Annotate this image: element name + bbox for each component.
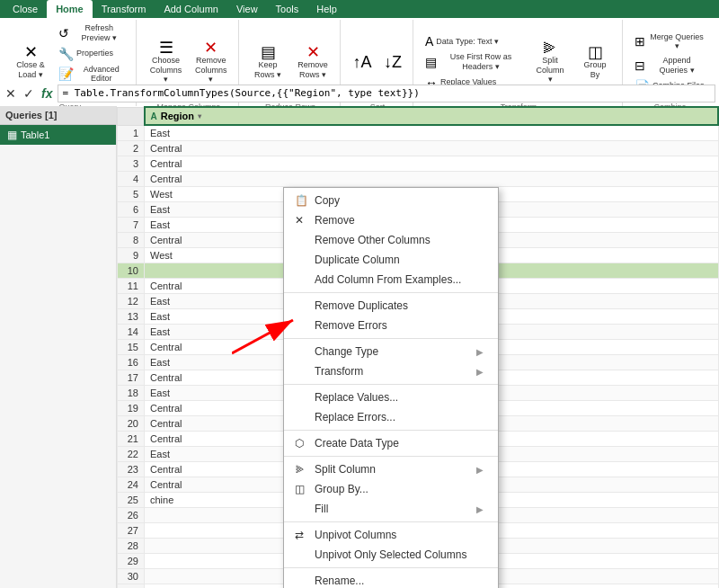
sort-asc-button[interactable]: ↑A bbox=[348, 51, 377, 73]
close-load-icon: ✕ bbox=[24, 44, 38, 60]
remove-columns-button[interactable]: ✕ RemoveColumns ▾ bbox=[190, 37, 233, 87]
menu-label-remove-duplicates: Remove Duplicates bbox=[315, 299, 408, 312]
row-num-cell: 20 bbox=[118, 416, 145, 432]
accept-icon[interactable]: ✓ bbox=[22, 85, 36, 102]
menu-item-add-column-from-examples[interactable]: Add Column From Examples... bbox=[284, 270, 498, 290]
menu-icon-remove: ✕ bbox=[295, 214, 311, 227]
row-num-cell: 17 bbox=[118, 370, 145, 386]
refresh-preview-button[interactable]: ↺ Refresh Preview ▾ bbox=[54, 22, 130, 45]
ribbon-tabs: Close Home Transform Add Column View Too… bbox=[0, 0, 719, 18]
group-by-icon: ◫ bbox=[588, 44, 603, 60]
menu-item-remove-duplicates[interactable]: Remove Duplicates bbox=[284, 296, 498, 316]
append-queries-button[interactable]: ⊟ Append Queries ▾ bbox=[630, 54, 710, 77]
menu-label-split-column: Split Column bbox=[315, 463, 376, 476]
menu-label-transform: Transform bbox=[315, 365, 363, 378]
menu-label-replace-errors: Replace Errors... bbox=[315, 411, 395, 423]
properties-icon: 🔧 bbox=[58, 48, 74, 60]
use-first-row-button[interactable]: ▤ Use First Row as Headers ▾ bbox=[421, 50, 527, 74]
row-num-cell: 29 bbox=[118, 554, 145, 569]
menu-item-group-by[interactable]: ◫Group By... bbox=[284, 479, 498, 499]
sort-asc-icon: ↑A bbox=[352, 54, 371, 70]
region-header[interactable]: A Region ▾ bbox=[145, 107, 719, 125]
menu-submenu-arrow-fill: ▶ bbox=[476, 504, 484, 514]
row-num-cell: 11 bbox=[118, 279, 145, 294]
remove-rows-icon: ✕ bbox=[306, 44, 320, 60]
region-cell: Central bbox=[145, 141, 719, 156]
menu-item-split-column[interactable]: ⫸Split Column▶ bbox=[284, 459, 498, 479]
menu-item-duplicate-column[interactable]: Duplicate Column bbox=[284, 250, 498, 270]
group-by-button[interactable]: ◫ GroupBy bbox=[573, 41, 617, 83]
advanced-editor-button[interactable]: 📝 Advanced Editor bbox=[54, 63, 130, 86]
menu-separator bbox=[284, 456, 498, 457]
remove-rows-button[interactable]: ✕ RemoveRows ▾ bbox=[291, 41, 334, 83]
menu-item-copy[interactable]: 📋Copy bbox=[284, 191, 498, 210]
tab-close[interactable]: Close bbox=[4, 0, 47, 18]
menu-separator bbox=[284, 521, 498, 522]
table-row[interactable]: 2Central bbox=[118, 141, 719, 156]
tab-add-column[interactable]: Add Column bbox=[155, 0, 227, 18]
choose-columns-button[interactable]: ☰ ChooseColumns ▾ bbox=[144, 37, 187, 87]
menu-label-group-by: Group By... bbox=[315, 483, 368, 495]
query-item-table1[interactable]: ▦ Table1 bbox=[0, 125, 116, 145]
region-cell: Central bbox=[145, 172, 719, 187]
menu-item-remove[interactable]: ✕Remove bbox=[284, 210, 498, 230]
menu-item-unpivot-columns[interactable]: ⇄Unpivot Columns bbox=[284, 525, 498, 545]
row-num-cell: 28 bbox=[118, 539, 145, 554]
ribbon: Close Home Transform Add Column View Too… bbox=[0, 0, 719, 81]
menu-label-rename: Rename... bbox=[315, 575, 364, 587]
tab-transform[interactable]: Transform bbox=[93, 0, 155, 18]
choose-columns-label: ChooseColumns ▾ bbox=[148, 56, 182, 85]
tab-view[interactable]: View bbox=[227, 0, 267, 18]
keep-rows-button[interactable]: ▤ KeepRows ▾ bbox=[246, 41, 289, 83]
menu-item-replace-values[interactable]: Replace Values... bbox=[284, 388, 498, 407]
menu-item-create-data-type[interactable]: ⬡Create Data Type bbox=[284, 433, 498, 453]
menu-label-unpivot-columns: Unpivot Columns bbox=[315, 529, 396, 541]
data-type-icon: A bbox=[425, 35, 433, 48]
tab-home[interactable]: Home bbox=[47, 0, 93, 18]
menu-label-fill: Fill bbox=[315, 503, 328, 515]
menu-item-replace-errors[interactable]: Replace Errors... bbox=[284, 407, 498, 427]
menu-item-remove-errors[interactable]: Remove Errors bbox=[284, 316, 498, 335]
sort-desc-icon: ↓Z bbox=[384, 54, 402, 70]
formula-input[interactable] bbox=[58, 85, 715, 102]
menu-item-remove-other-columns[interactable]: Remove Other Columns bbox=[284, 230, 498, 250]
tab-help[interactable]: Help bbox=[307, 0, 346, 18]
reject-icon[interactable]: ✕ bbox=[4, 85, 18, 102]
row-num-cell: 3 bbox=[118, 156, 145, 172]
menu-separator bbox=[284, 567, 498, 568]
row-num-cell: 6 bbox=[118, 202, 145, 218]
queries-panel: Queries [1] ▦ Table1 bbox=[0, 106, 117, 588]
col-dropdown-icon[interactable]: ▾ bbox=[198, 112, 201, 120]
data-type-button[interactable]: A Data Type: Text ▾ bbox=[421, 33, 527, 49]
menu-label-duplicate-column: Duplicate Column bbox=[315, 254, 400, 266]
menu-item-transform[interactable]: Transform▶ bbox=[284, 361, 498, 381]
menu-icon-copy: 📋 bbox=[295, 194, 311, 207]
row-num-cell: 30 bbox=[118, 569, 145, 584]
row-num-cell: 12 bbox=[118, 294, 145, 309]
row-num-cell: 1 bbox=[118, 125, 145, 141]
menu-label-remove-errors: Remove Errors bbox=[315, 319, 387, 332]
close-load-label: Close &Load ▾ bbox=[16, 60, 45, 80]
properties-button[interactable]: 🔧 Properties bbox=[54, 46, 130, 62]
table-row[interactable]: 3Central bbox=[118, 156, 719, 172]
queries-header: Queries [1] bbox=[0, 106, 116, 125]
data-grid-container[interactable]: A Region ▾ 1East2Central3Central4Central… bbox=[117, 106, 719, 588]
menu-item-rename[interactable]: Rename... bbox=[284, 571, 498, 588]
close-load-button[interactable]: ✕ Close &Load ▾ bbox=[9, 41, 52, 83]
tab-tools[interactable]: Tools bbox=[267, 0, 308, 18]
fx-icon: fx bbox=[40, 85, 54, 102]
region-cell: East bbox=[145, 125, 719, 141]
table-row[interactable]: 1East bbox=[118, 125, 719, 141]
merge-queries-button[interactable]: ⊞ Merge Queries ▾ bbox=[630, 31, 710, 54]
col-type-icon: A bbox=[151, 111, 157, 121]
keep-rows-icon: ▤ bbox=[261, 44, 276, 60]
split-column-button[interactable]: ⫸ SplitColumn ▾ bbox=[528, 37, 572, 87]
menu-separator bbox=[284, 384, 498, 385]
merge-queries-icon: ⊞ bbox=[635, 35, 645, 48]
sort-desc-button[interactable]: ↓Z bbox=[378, 51, 407, 73]
menu-item-change-type[interactable]: Change Type▶ bbox=[284, 342, 498, 361]
query-label: Table1 bbox=[21, 129, 49, 140]
menu-item-fill[interactable]: Fill▶ bbox=[284, 499, 498, 519]
menu-item-unpivot-only-selected[interactable]: Unpivot Only Selected Columns bbox=[284, 545, 498, 565]
table-row[interactable]: 4Central bbox=[118, 172, 719, 187]
